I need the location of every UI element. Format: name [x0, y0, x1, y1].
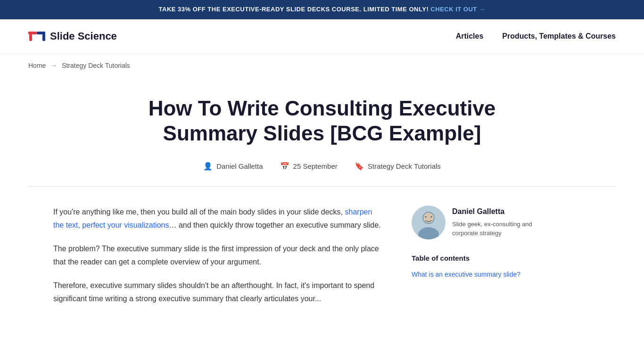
- svg-rect-1: [29, 32, 32, 41]
- para1-before: If you're anything like me, then you bui…: [53, 208, 345, 216]
- article-body: If you're anything like me, then you bui…: [53, 206, 383, 316]
- meta-author: 👤 Daniel Galletta: [203, 160, 263, 173]
- author-card: Daniel Galletta Slide geek, ex-consultin…: [412, 206, 534, 239]
- sidebar: Daniel Galletta Slide geek, ex-consultin…: [412, 206, 534, 316]
- paragraph-1: If you're anything like me, then you bui…: [53, 206, 383, 232]
- paragraph-2: The problem? The executive summary slide…: [53, 242, 383, 269]
- nav-articles[interactable]: Articles: [456, 32, 484, 40]
- breadcrumb-current: Strategy Deck Tutorials: [62, 62, 130, 69]
- article-title: How To Write Consulting Executive Summar…: [138, 96, 506, 146]
- paragraph-3: Therefore, executive summary slides shou…: [53, 279, 383, 305]
- content-wrapper: If you're anything like me, then you bui…: [25, 206, 619, 316]
- logo[interactable]: Slide Science: [28, 28, 117, 45]
- breadcrumb-home[interactable]: Home: [28, 62, 46, 69]
- author-info: Daniel Galletta Slide geek, ex-consultin…: [452, 206, 534, 238]
- meta-date: 📅 25 September: [280, 160, 338, 173]
- breadcrumb: Home → Strategy Deck Tutorials: [0, 54, 644, 77]
- article-meta: 👤 Daniel Galletta 📅 25 September 🔖 Strat…: [138, 160, 506, 173]
- meta-category: 🔖 Strategy Deck Tutorials: [355, 160, 441, 173]
- sidebar-author-name: Daniel Galletta: [452, 206, 534, 218]
- navbar: Slide Science Articles Products, Templat…: [0, 19, 644, 54]
- top-banner: TAKE 33% OFF THE EXECUTIVE-READY SLIDE D…: [0, 0, 644, 19]
- svg-rect-3: [42, 32, 45, 41]
- toc-heading: Table of contents: [412, 253, 534, 264]
- para1-after: … and then quickly throw together an exe…: [169, 221, 380, 229]
- logo-icon: [28, 28, 45, 45]
- breadcrumb-separator: →: [50, 62, 57, 69]
- avatar-image: [412, 206, 446, 239]
- sidebar-author-bio: Slide geek, ex-consulting and corporate …: [452, 220, 534, 238]
- article-category: Strategy Deck Tutorials: [368, 161, 441, 172]
- article-date: 25 September: [293, 161, 338, 172]
- logo-text: Slide Science: [50, 28, 117, 44]
- svg-point-9: [431, 216, 432, 218]
- author-avatar: [412, 206, 446, 239]
- nav-products[interactable]: Products, Templates & Courses: [502, 32, 616, 40]
- bookmark-icon: 🔖: [355, 160, 364, 173]
- author-icon: 👤: [203, 160, 213, 173]
- banner-link[interactable]: CHECK IT OUT →: [430, 6, 485, 13]
- banner-text: TAKE 33% OFF THE EXECUTIVE-READY SLIDE D…: [159, 6, 429, 13]
- divider: [28, 186, 616, 187]
- calendar-icon: 📅: [280, 160, 289, 173]
- svg-point-8: [425, 216, 427, 218]
- nav-links: Articles Products, Templates & Courses: [456, 30, 616, 42]
- author-name: Daniel Galletta: [216, 161, 263, 172]
- article-header: How To Write Consulting Executive Summar…: [110, 96, 534, 172]
- toc-item-1[interactable]: What is an executive summary slide?: [412, 270, 534, 280]
